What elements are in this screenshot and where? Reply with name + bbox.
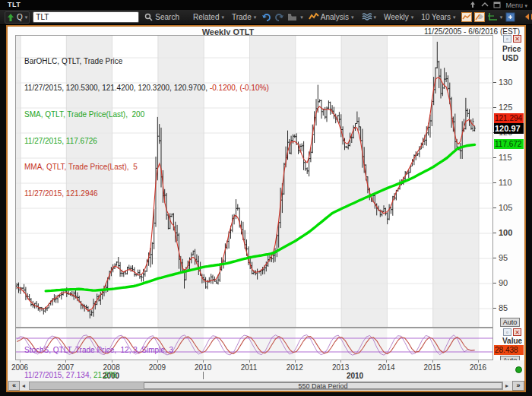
legend-stoch-d-value: 21.276: [93, 371, 117, 379]
range-selector[interactable]: 10 Years ▾: [419, 11, 458, 24]
search-icon: [144, 13, 153, 21]
price-tick-mark: [493, 157, 496, 158]
value-axis-title: Value: [502, 337, 522, 345]
legend-change-value: -0.1200, (-0.10%): [207, 84, 269, 92]
analysis-zigzag-icon: [309, 12, 318, 22]
panel-minimize-icon[interactable]: ▫: [503, 35, 511, 43]
price-tick-label: 90: [499, 278, 508, 287]
panel-close-icon[interactable]: ✕: [513, 328, 521, 336]
titlebar: TLT Menu ▾: [0, 0, 532, 10]
period-selector[interactable]: Weekly ▾: [382, 11, 416, 24]
price-tick-label: 110: [499, 178, 512, 187]
legend-stoch-series: StochS, QTLT, Trade Price, 12, 3, Simple…: [24, 346, 173, 354]
price-tick-mark: [493, 258, 496, 258]
stochastics-panel[interactable]: StochS, QTLT, Trade Price, 12, 3, Simple…: [15, 328, 493, 360]
main-toolbar: Q ▾ Search Related ▾ Trade ▾ ▾ Analysis …: [0, 10, 532, 25]
price-axis: ▫ ✕ Price USD 13012512011511010510095908…: [493, 35, 524, 328]
price-axis-currency: USD: [502, 54, 518, 62]
panel-close-icon[interactable]: ✕: [513, 35, 521, 43]
window-icon[interactable]: [493, 2, 501, 8]
feed-status-indicator: [515, 366, 522, 373]
axis-tool-icon[interactable]: [487, 12, 497, 22]
year-label: 2014: [378, 363, 394, 372]
axis-tool-dropdown[interactable]: ▾: [500, 14, 503, 21]
note-icon[interactable]: [505, 12, 515, 22]
chart-window: Weekly QTLT 11/25/2005 - 6/6/2016 (EST) …: [6, 25, 526, 392]
overlay-wave-button[interactable]: ▾: [359, 11, 379, 24]
trade-button[interactable]: Trade ▾: [230, 11, 258, 24]
year-tick-mark: [432, 360, 433, 363]
year-label: 2010: [195, 363, 211, 372]
price-legend: BarOHLC, QTLT, Trade Price 11/27/2015, 1…: [24, 40, 269, 216]
price-tick-label: 125: [499, 103, 512, 112]
up-arrow-icon[interactable]: [7, 13, 14, 22]
legend-mma-series: MMA, QTLT, Trade Price(Last), 5: [24, 163, 269, 172]
scroll-right-arrow[interactable]: ▸: [505, 382, 508, 389]
price-tick-mark: [493, 107, 496, 108]
folder-icon[interactable]: [287, 12, 297, 22]
legend-stoch-values: 11/27/2015, 27.134, 21.276: [24, 371, 173, 379]
sma-value-badge: 117.672: [494, 139, 524, 149]
line-chart-icon[interactable]: [461, 12, 471, 22]
collapse-icon[interactable]: [481, 2, 489, 8]
price-tick-label: 105: [499, 203, 512, 212]
price-tick-label: 100: [499, 228, 512, 237]
price-tick-mark: [493, 233, 496, 233]
redo-icon[interactable]: [274, 12, 284, 22]
pin-icon[interactable]: [469, 2, 477, 8]
chart-annotate-icon[interactable]: [474, 12, 484, 22]
stochastics-legend: StochS, QTLT, Trade Price, 12, 3, Simple…: [24, 329, 173, 392]
year-tick-mark: [20, 360, 21, 363]
legend-sma-value: 11/27/2015, 117.6726: [24, 137, 269, 146]
panel-minimize-icon[interactable]: ▫: [503, 328, 511, 336]
legend-sma-series: SMA, QTLT, Trade Price(Last), 200: [24, 110, 269, 119]
year-label: 2016: [470, 363, 486, 372]
price-axis-title: Price: [502, 45, 521, 53]
price-tick-mark: [493, 82, 496, 83]
year-tick-mark: [340, 360, 341, 363]
price-tick-mark: [493, 208, 496, 208]
price-tick-label: 95: [499, 253, 508, 262]
scroll-first-button[interactable]: «: [8, 381, 20, 391]
year-label: 2012: [287, 363, 303, 372]
price-tick-mark: [493, 308, 496, 309]
year-label: 2013: [332, 363, 349, 372]
window-title: TLT: [8, 1, 21, 8]
quote-type-label[interactable]: Q: [17, 13, 23, 21]
price-tick-label: 85: [499, 303, 508, 312]
decade-tick-mark: [203, 372, 204, 379]
undo-icon[interactable]: [261, 12, 271, 22]
scrollbar-thumb[interactable]: 550 Data Period: [144, 382, 502, 389]
menu-button[interactable]: Menu ▾: [505, 2, 527, 9]
analysis-button[interactable]: Analysis ▾: [306, 11, 356, 24]
wave-overlay-icon: [362, 12, 372, 22]
folder-dropdown[interactable]: ▾: [300, 14, 303, 21]
year-label: 2011: [241, 363, 258, 372]
year-tick-mark: [295, 360, 296, 363]
symbol-input[interactable]: [33, 11, 139, 23]
price-tick-mark: [493, 182, 496, 183]
price-tick-label: 130: [499, 78, 512, 87]
related-button[interactable]: Related ▾: [191, 11, 226, 24]
expand-horizontal-icon[interactable]: [524, 12, 532, 22]
year-tick-mark: [249, 360, 250, 363]
application-window: TLT Menu ▾ Q ▾ Search Related ▾ Trade: [0, 0, 532, 396]
legend-ohlc-values: 11/27/2015, 120.5300, 121.4200, 120.3200…: [24, 84, 269, 93]
scroll-last-button[interactable]: »: [512, 381, 524, 391]
year-label: 2015: [424, 363, 441, 372]
search-button[interactable]: Search: [142, 11, 182, 24]
price-chart-panel[interactable]: BarOHLC, QTLT, Trade Price 11/27/2015, 1…: [15, 35, 493, 328]
price-auto-scale-button[interactable]: Auto: [500, 318, 520, 327]
legend-mma-value: 11/27/2015, 121.2946: [24, 189, 269, 198]
year-tick-mark: [386, 360, 387, 363]
year-tick-mark: [203, 360, 204, 363]
price-tick-mark: [493, 283, 496, 284]
price-tick-label: 115: [499, 153, 512, 162]
quote-type-dropdown[interactable]: ▾: [25, 14, 28, 21]
stoch-value-badge: 28.438: [494, 345, 524, 355]
mma-value-badge: 121.294: [494, 113, 524, 123]
decade-label: 2010: [347, 372, 363, 380]
symbol-type-group: Q ▾: [5, 11, 30, 24]
legend-ohlc-series: BarOHLC, QTLT, Trade Price: [24, 57, 269, 66]
year-tick-mark: [478, 360, 479, 363]
